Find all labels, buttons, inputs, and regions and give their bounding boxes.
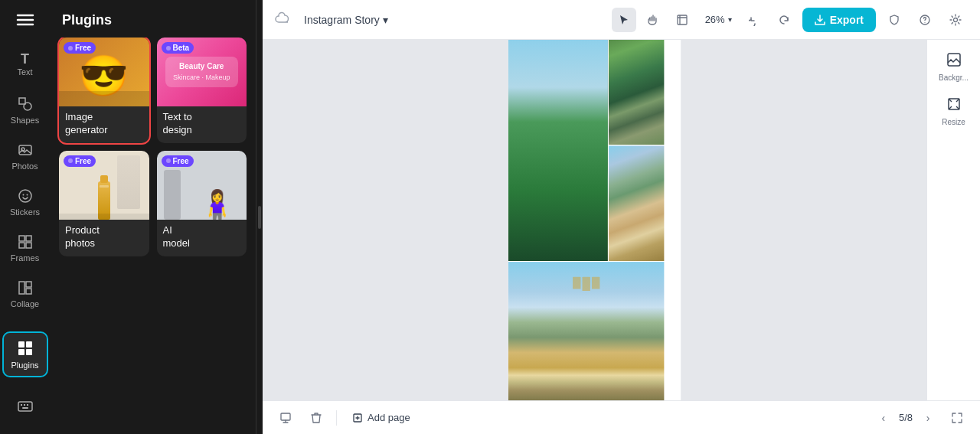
photo-suspension-bridge [508, 40, 608, 261]
prev-page-button[interactable]: ‹ [874, 409, 893, 427]
sidebar-item-shapes[interactable]: Shapes [4, 89, 47, 132]
svg-rect-19 [18, 349, 24, 355]
plugin-card-image: Free [59, 151, 149, 220]
photos-icon [18, 142, 33, 160]
redo-button[interactable] [772, 8, 796, 32]
sidebar-item-label: Collage [11, 299, 39, 308]
resize-icon [946, 96, 962, 116]
sidebar-item-frames[interactable]: Frames [4, 227, 47, 269]
shapes-icon [18, 96, 33, 114]
plugin-card-image: 😎 Free [59, 38, 149, 106]
collage-icon [18, 280, 33, 298]
settings-button[interactable] [943, 8, 968, 32]
add-page-button[interactable]: Add page [346, 409, 416, 426]
shield-icon-button[interactable] [882, 8, 906, 32]
svg-rect-23 [24, 404, 25, 406]
help-button[interactable] [913, 8, 937, 32]
plugin-card-ai-model[interactable]: 🧍‍♀️ Free AI model [157, 151, 247, 256]
svg-point-28 [924, 21, 925, 22]
photo-temple-exterior [508, 262, 665, 400]
plugins-title: Plugins [50, 0, 256, 38]
svg-rect-21 [18, 402, 32, 411]
plugin-card-image: 🧍‍♀️ Free [157, 151, 247, 220]
sidebar-item-plugins[interactable]: Plugins [4, 333, 47, 376]
canvas-viewport [263, 40, 926, 400]
select-tool-button[interactable] [612, 8, 636, 32]
keyboard-icon [18, 399, 33, 414]
svg-rect-14 [19, 282, 24, 294]
plugin-card-label: Image generator [59, 106, 149, 143]
delete-page-button[interactable] [305, 407, 327, 429]
photo-temple-aerial [609, 145, 665, 261]
present-icon-button[interactable] [275, 407, 296, 429]
svg-rect-24 [27, 404, 28, 406]
resize-label: Resize [942, 118, 965, 126]
zoom-control[interactable]: 26% ▾ [699, 11, 738, 28]
photo-aerial-road [609, 40, 665, 145]
stickers-icon [18, 188, 33, 206]
svg-rect-5 [19, 145, 31, 155]
svg-point-9 [26, 194, 28, 195]
svg-rect-4 [19, 98, 25, 104]
svg-rect-10 [19, 236, 24, 241]
fullscreen-button[interactable] [946, 407, 968, 429]
sidebar-item-keyboard[interactable] [4, 385, 47, 428]
svg-rect-22 [21, 404, 22, 406]
sidebar-item-label: Plugins [11, 361, 38, 370]
undo-button[interactable] [743, 8, 767, 32]
frames-icon [18, 234, 33, 252]
plugins-panel: Plugins 😎 Free Image generator [50, 0, 256, 434]
page-indicator: 5/8 [899, 412, 913, 423]
svg-point-29 [954, 18, 958, 21]
background-button[interactable]: Backgr... [932, 46, 976, 87]
separator [336, 410, 337, 426]
plugin-card-product-photos[interactable]: Free Product photos [59, 151, 149, 256]
plugins-icon [17, 340, 34, 359]
svg-rect-16 [26, 289, 31, 294]
sidebar-item-collage[interactable]: Collage [4, 272, 47, 315]
toolbar: Instagram Story ▾ 26% [263, 0, 980, 40]
svg-rect-30 [948, 54, 960, 66]
toolbar-tools: 26% ▾ [612, 8, 796, 32]
frame-tool-button[interactable] [670, 8, 694, 32]
sidebar-item-label: Shapes [11, 116, 39, 125]
story-canvas [508, 40, 681, 400]
background-label: Backgr... [939, 73, 969, 82]
svg-rect-11 [26, 236, 31, 241]
plugin-badge-free: Free [64, 155, 96, 167]
svg-rect-15 [26, 282, 31, 287]
cloud-icon [275, 11, 292, 28]
sidebar-item-stickers[interactable]: Stickers [4, 181, 47, 224]
plugin-card-label: Text to design [157, 106, 247, 143]
svg-rect-13 [26, 243, 31, 248]
svg-rect-18 [26, 341, 32, 348]
hand-tool-button[interactable] [641, 8, 665, 32]
plugin-card-label: Product photos [59, 220, 149, 256]
sidebar-item-label: Frames [11, 253, 39, 263]
next-page-button[interactable]: › [919, 409, 937, 427]
plugin-card-image-generator[interactable]: 😎 Free Image generator [59, 38, 149, 143]
svg-point-7 [19, 190, 31, 202]
plugin-badge-free: Free [162, 155, 194, 167]
page-navigation: ‹ 5/8 › [874, 409, 937, 427]
resize-dot [258, 206, 261, 229]
sidebar-item-text[interactable]: T Text [4, 43, 47, 86]
resize-button[interactable]: Resize [932, 90, 976, 132]
right-panel: Backgr... Resize [926, 40, 980, 400]
panel-resize-handle[interactable] [256, 0, 263, 434]
plugin-card-text-to-design[interactable]: Beauty CareSkincare · Makeup Beta Text t… [157, 38, 247, 143]
svg-point-8 [22, 194, 24, 195]
svg-rect-20 [26, 349, 32, 355]
sidebar-item-label: Stickers [10, 207, 40, 217]
project-name[interactable]: Instagram Story ▾ [298, 11, 394, 29]
plugin-card-label: AI model [157, 220, 247, 256]
canvas-area: Backgr... Resize [263, 40, 980, 400]
app-logo[interactable] [11, 6, 39, 34]
plugin-card-image: Beauty CareSkincare · Makeup Beta [157, 38, 247, 106]
text-icon: T [21, 52, 29, 66]
toolbar-right: Export [802, 8, 968, 32]
bottom-bar: Add page ‹ 5/8 › [263, 400, 980, 434]
sidebar-item-label: Photos [11, 162, 38, 171]
sidebar-item-photos[interactable]: Photos [4, 135, 47, 178]
export-button[interactable]: Export [802, 8, 876, 32]
